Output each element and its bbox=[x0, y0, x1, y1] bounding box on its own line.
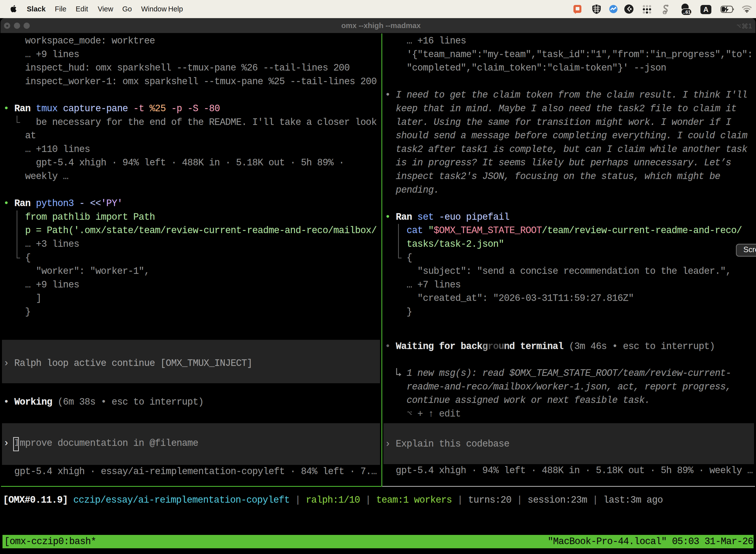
svg-text:..61: ..61 bbox=[683, 9, 691, 15]
